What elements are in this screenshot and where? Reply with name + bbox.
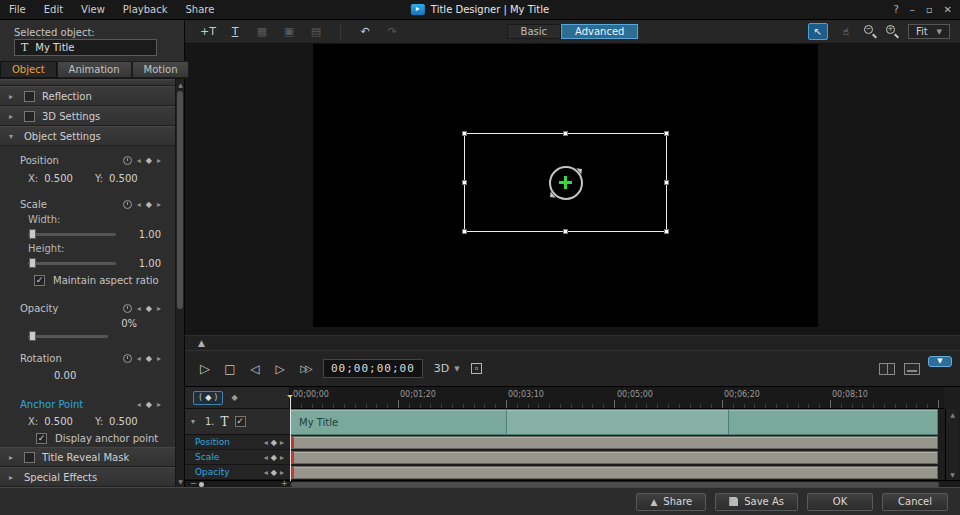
fast-forward-button[interactable]: ▷▷ bbox=[298, 363, 312, 374]
zoom-in-icon[interactable]: + bbox=[886, 25, 900, 39]
next-keyframe-icon[interactable]: ▸ bbox=[280, 438, 284, 447]
track-visible-checkbox[interactable]: ✓ bbox=[235, 416, 246, 427]
tab-object[interactable]: Object bbox=[0, 61, 57, 78]
previous-keyframe-icon[interactable]: ◂ bbox=[137, 304, 141, 313]
display-anchor-checkbox[interactable]: ✓ bbox=[36, 433, 47, 444]
zoom-out-icon[interactable]: − bbox=[864, 25, 878, 39]
previous-keyframe-icon[interactable]: ◂ bbox=[264, 453, 268, 462]
rotation-value[interactable]: 0.00 bbox=[0, 367, 177, 383]
opacity-track-header[interactable]: Opacity ◂ ◆ ▸ bbox=[185, 465, 290, 480]
basic-mode-button[interactable]: Basic bbox=[507, 24, 561, 39]
text-presets-icon[interactable]: T bbox=[226, 24, 244, 40]
opacity-value[interactable]: 0% bbox=[0, 317, 177, 329]
width-slider[interactable] bbox=[28, 233, 116, 236]
handle-bottom-center[interactable] bbox=[563, 229, 568, 234]
next-keyframe-icon[interactable]: ▸ bbox=[280, 453, 284, 462]
next-keyframe-icon[interactable]: ▸ bbox=[157, 156, 161, 165]
insert-image-icon[interactable]: ▦ bbox=[253, 24, 271, 40]
add-keyframe-icon[interactable]: ◆ bbox=[146, 304, 152, 313]
ok-button[interactable]: OK bbox=[807, 493, 873, 511]
save-as-button[interactable]: Save As bbox=[715, 493, 798, 511]
handle-top-left[interactable] bbox=[462, 131, 467, 136]
expanded-icon[interactable]: ▾ bbox=[9, 132, 17, 141]
section-clipped[interactable] bbox=[0, 79, 177, 86]
title-clip[interactable]: My Title bbox=[290, 409, 938, 435]
clip-middle-segment[interactable] bbox=[506, 410, 729, 434]
advanced-mode-button[interactable]: Advanced bbox=[561, 24, 638, 39]
next-keyframe-icon[interactable]: ▸ bbox=[157, 200, 161, 209]
keyframe-timer-icon[interactable] bbox=[123, 354, 132, 363]
help-button[interactable]: ? bbox=[894, 4, 899, 15]
handle-top-right[interactable] bbox=[664, 131, 669, 136]
timeline-ruler[interactable]: 00;00;00 00;01;20 00;03;10 00;05;00 00;0… bbox=[290, 387, 944, 409]
sidebar-scrollbar-thumb[interactable] bbox=[177, 91, 183, 309]
previous-frame-button[interactable]: ◁ bbox=[248, 362, 262, 376]
height-slider-thumb[interactable] bbox=[29, 258, 36, 268]
anchor-point-marker[interactable] bbox=[559, 176, 572, 189]
menu-edit[interactable]: Edit bbox=[35, 0, 72, 19]
position-keyframe-track[interactable] bbox=[290, 436, 938, 449]
keyframe-range-button[interactable]: ( ◆ ) bbox=[193, 391, 223, 405]
insert-particle-icon[interactable]: ▣ bbox=[280, 24, 298, 40]
next-keyframe-icon[interactable]: ▸ bbox=[157, 354, 161, 363]
cancel-button[interactable]: Cancel bbox=[882, 493, 948, 511]
next-frame-button[interactable]: ▷ bbox=[273, 362, 287, 376]
scroll-up-icon[interactable]: ▲ bbox=[177, 81, 184, 88]
menu-share[interactable]: Share bbox=[176, 0, 223, 19]
insert-background-icon[interactable]: ▤ bbox=[307, 24, 325, 40]
insert-text-icon[interactable]: +T bbox=[199, 24, 217, 40]
height-slider[interactable] bbox=[28, 262, 116, 265]
anchor-x-value[interactable]: 0.500 bbox=[44, 416, 73, 427]
3d-enable-checkbox[interactable] bbox=[24, 111, 35, 122]
preview-scrub-strip[interactable]: ▲ bbox=[185, 335, 960, 350]
title-selection-box[interactable] bbox=[464, 133, 667, 232]
add-keyframe-button[interactable]: ◆ bbox=[231, 393, 237, 402]
handle-middle-right[interactable] bbox=[664, 180, 669, 185]
minimize-button[interactable]: – bbox=[910, 4, 915, 15]
add-keyframe-icon[interactable]: ◆ bbox=[271, 438, 277, 447]
collapse-panel-button[interactable]: ▼ bbox=[928, 356, 952, 367]
scroll-down-icon[interactable]: ▼ bbox=[946, 471, 959, 478]
section-reflection[interactable]: ▸ Reflection bbox=[0, 86, 177, 106]
menu-playback[interactable]: Playback bbox=[114, 0, 177, 19]
scroll-down-icon[interactable]: ▼ bbox=[177, 478, 184, 485]
timeline-playhead[interactable] bbox=[290, 395, 291, 481]
track-expand-icon[interactable]: ▾ bbox=[191, 417, 199, 426]
handle-middle-left[interactable] bbox=[462, 180, 467, 185]
section-title-reveal-mask[interactable]: ▸ Title Reveal Mask bbox=[0, 447, 177, 467]
tab-motion[interactable]: Motion bbox=[132, 61, 190, 78]
section-3d-settings[interactable]: ▸ 3D Settings bbox=[0, 106, 177, 126]
width-value[interactable]: 1.00 bbox=[139, 229, 161, 240]
previous-keyframe-icon[interactable]: ◂ bbox=[264, 438, 268, 447]
close-button[interactable]: ✕ bbox=[944, 4, 952, 15]
previous-keyframe-icon[interactable]: ◂ bbox=[137, 400, 141, 409]
position-y-value[interactable]: 0.500 bbox=[109, 173, 138, 184]
single-view-icon[interactable] bbox=[904, 363, 920, 375]
dual-view-icon[interactable] bbox=[879, 363, 895, 375]
stop-button[interactable]: □ bbox=[223, 362, 237, 376]
handle-bottom-right[interactable] bbox=[664, 229, 669, 234]
next-keyframe-icon[interactable]: ▸ bbox=[157, 304, 161, 313]
add-keyframe-icon[interactable]: ◆ bbox=[146, 156, 152, 165]
collapsed-icon[interactable]: ▸ bbox=[9, 453, 17, 462]
scale-track-header[interactable]: Scale ◂ ◆ ▸ bbox=[185, 450, 290, 465]
opacity-keyframe-track[interactable] bbox=[290, 466, 938, 479]
section-special-effects[interactable]: ▸ Special Effects bbox=[0, 467, 177, 487]
timecode-display[interactable]: 00;00;00;00 bbox=[323, 359, 423, 378]
previous-keyframe-icon[interactable]: ◂ bbox=[264, 468, 268, 477]
menu-file[interactable]: File bbox=[0, 0, 35, 19]
fullscreen-icon[interactable] bbox=[471, 363, 482, 374]
add-keyframe-icon[interactable]: ◆ bbox=[146, 200, 152, 209]
share-button[interactable]: ▲ Share bbox=[636, 493, 706, 511]
fit-dropdown[interactable]: Fit ▼ bbox=[908, 24, 950, 39]
3d-mode-dropdown[interactable]: 3D ▼ bbox=[434, 362, 460, 375]
keyframe-timer-icon[interactable] bbox=[123, 156, 132, 165]
hand-tool-icon[interactable]: ☝ bbox=[836, 23, 856, 40]
previous-keyframe-icon[interactable]: ◂ bbox=[137, 354, 141, 363]
anchor-y-value[interactable]: 0.500 bbox=[109, 416, 138, 427]
tab-animation[interactable]: Animation bbox=[57, 61, 132, 78]
add-keyframe-icon[interactable]: ◆ bbox=[146, 400, 152, 409]
sidebar-scrollbar[interactable]: ▲ ▼ bbox=[175, 79, 184, 487]
title-reveal-mask-checkbox[interactable] bbox=[24, 452, 35, 463]
collapsed-icon[interactable]: ▸ bbox=[9, 112, 17, 121]
